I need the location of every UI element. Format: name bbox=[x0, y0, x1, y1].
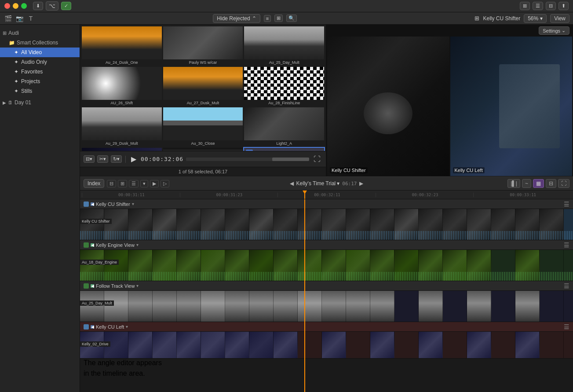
browser-item-4[interactable]: Au_27_Dusk_Mult bbox=[163, 67, 243, 106]
browser-item-10[interactable]: Lights1_A bbox=[163, 148, 243, 151]
track-2: ◀ Kelly Engine View ▾ ☰ Au_18_Day_Engine bbox=[80, 240, 573, 281]
thumb-label-7: Au_30_Close bbox=[163, 140, 243, 147]
expand-btn[interactable]: ▾ bbox=[140, 180, 148, 187]
sidebar-smart-collections[interactable]: 📁 Smart Collections bbox=[0, 38, 80, 48]
trim-mode-btn[interactable]: ✂▾ bbox=[97, 155, 108, 163]
day01-expand-icon: ▶ bbox=[3, 100, 6, 105]
track-4-header: ◀ Kelly CU Left ▾ ☰ bbox=[80, 322, 573, 332]
settings-button[interactable]: Settings ⌄ bbox=[539, 26, 569, 35]
close-button[interactable] bbox=[4, 3, 10, 9]
track-4-icon bbox=[84, 324, 89, 330]
checkmark-icon[interactable]: ✓ bbox=[61, 2, 71, 10]
waveform-btn[interactable]: ~ bbox=[522, 179, 531, 188]
track-2-audio-icon: ◀ bbox=[91, 243, 94, 247]
view-mode-btn[interactable]: ⊟▾ bbox=[84, 155, 95, 163]
ruler-mark-2: 00:00:32:11 bbox=[277, 193, 376, 197]
track-2-waveform bbox=[80, 272, 573, 281]
track-3-frame-16 bbox=[467, 291, 491, 322]
audio-meter-btn[interactable]: |▌| bbox=[507, 179, 520, 188]
stills-label: Stills bbox=[21, 88, 32, 94]
search-btn[interactable]: 🔍 bbox=[286, 15, 297, 22]
track-4-frame-6 bbox=[225, 332, 249, 358]
angle-view-btn[interactable]: ⊞ bbox=[118, 180, 127, 187]
track-3-body[interactable] bbox=[80, 291, 573, 322]
timeline-right: |▌| ~ ▦ ⊟ ⛶ bbox=[507, 179, 569, 188]
track-3-frame-8 bbox=[274, 291, 298, 322]
browser-item-8[interactable]: Light2_A bbox=[244, 107, 324, 147]
viewer: Settings ⌄ Kelly CU Shifter Kelly CU Lef… bbox=[326, 25, 573, 176]
layout-icon[interactable]: ⊟ bbox=[546, 2, 556, 10]
sidebar-item-stills[interactable]: ✦ Stills bbox=[0, 86, 80, 96]
track-4-frame-16 bbox=[467, 332, 491, 358]
track-2-chevron[interactable]: ▾ bbox=[136, 242, 139, 247]
browser-item-5[interactable]: Au_28_FinishLine bbox=[244, 67, 324, 106]
index-button[interactable]: Index bbox=[84, 179, 104, 188]
clip-view-btn[interactable]: ⊞ bbox=[274, 15, 283, 22]
sidebar-root[interactable]: ⊞ Audi bbox=[0, 28, 80, 38]
track-4-menu[interactable]: ☰ bbox=[564, 323, 569, 330]
favorites-label: Favorites bbox=[21, 69, 43, 75]
fullscreen-button[interactable] bbox=[21, 3, 27, 9]
play-btn[interactable]: ▶ bbox=[129, 154, 138, 164]
view-button[interactable]: View bbox=[550, 14, 569, 23]
speed-btn[interactable]: ↻▾ bbox=[111, 155, 122, 163]
audio-only-icon: ✦ bbox=[14, 59, 18, 65]
list-tl-btn[interactable]: ☰ bbox=[129, 180, 139, 187]
titles-icon[interactable]: T bbox=[26, 14, 35, 23]
photos-icon[interactable]: 📷 bbox=[15, 14, 24, 23]
track-3-menu[interactable]: ☰ bbox=[564, 282, 569, 289]
zoom-selector[interactable]: 56% ▾ bbox=[524, 14, 547, 23]
hide-rejected-label: Hide Rejected bbox=[217, 15, 250, 22]
zoom-arrow: ▾ bbox=[540, 15, 543, 22]
key-icon[interactable]: ⌥ bbox=[46, 1, 58, 11]
thumb-10 bbox=[163, 148, 243, 151]
play-tl-btn[interactable]: ▶ bbox=[150, 180, 159, 187]
track-3-frame-3 bbox=[153, 291, 177, 322]
track-3-chevron[interactable]: ▾ bbox=[136, 283, 139, 288]
browser-item-0[interactable]: Au_24_Dusk_One bbox=[82, 26, 162, 66]
track-4-body[interactable] bbox=[80, 332, 573, 358]
browser-item-3[interactable]: AU_26_Shift bbox=[82, 67, 162, 106]
browser-item-7[interactable]: Au_30_Close bbox=[163, 107, 243, 147]
sidebar-day01[interactable]: ▶ 🗓 Day 01 bbox=[0, 98, 80, 107]
browser-item-6[interactable]: Au_29_Dusk_Mult bbox=[82, 107, 162, 147]
play2-tl-btn[interactable]: ▷ bbox=[161, 180, 169, 187]
browser-item-9[interactable]: Lights2_B bbox=[82, 148, 162, 151]
sidebar-item-projects[interactable]: ✦ Projects bbox=[0, 77, 80, 86]
sidebar-item-audio-only[interactable]: ✦ Audio Only bbox=[0, 57, 80, 67]
right-arrow-btn[interactable]: ▶ bbox=[359, 180, 363, 187]
browser-item-1[interactable]: Pauly WS w/car bbox=[163, 26, 243, 66]
track-4: ◀ Kelly CU Left ▾ ☰ Kelly_02_Drive bbox=[80, 322, 573, 359]
thumb-label-2: Au_25_Day_Mult bbox=[244, 59, 324, 66]
browser-item-11[interactable]: Kelly's Time Trial bbox=[244, 148, 324, 151]
angle-selector-btn[interactable]: ▦ bbox=[533, 179, 544, 188]
browser-view-btn[interactable]: ≡ bbox=[264, 15, 271, 22]
fullscreen-btn[interactable]: ⛶ bbox=[312, 154, 322, 164]
clip-view-tl-btn[interactable]: ⊟ bbox=[107, 180, 116, 187]
left-arrow-btn[interactable]: ◀ bbox=[290, 180, 294, 187]
grid-icon[interactable]: ⊞ bbox=[520, 2, 530, 10]
track-4-audio-icon: ◀ bbox=[91, 325, 94, 329]
track-1-menu[interactable]: ☰ bbox=[564, 201, 569, 208]
browser-item-2[interactable]: Au_25_Day_Mult bbox=[244, 26, 324, 66]
share-icon-btn[interactable]: ⬆ bbox=[558, 2, 569, 10]
track-2-menu[interactable]: ☰ bbox=[564, 242, 569, 249]
download-icon[interactable]: ⬇ bbox=[33, 2, 43, 10]
track-2-body[interactable] bbox=[80, 250, 573, 281]
zoom-btn[interactable]: ⊟ bbox=[546, 179, 556, 188]
track-3-frame-14 bbox=[419, 291, 443, 322]
track-4-chevron[interactable]: ▾ bbox=[126, 324, 128, 329]
scrubber[interactable] bbox=[186, 158, 309, 161]
track-1-body[interactable] bbox=[80, 209, 573, 240]
track-3-frames bbox=[80, 291, 573, 322]
minimize-button[interactable] bbox=[13, 3, 18, 9]
fullscreen-tl-btn[interactable]: ⛶ bbox=[558, 179, 569, 188]
timeline-duration: 06:17 bbox=[342, 181, 357, 187]
timeline-toolbar: Index ⊟ ⊞ ☰ ▾ ▶ ▷ ◀ Kelly's Time Trial ▾ bbox=[80, 176, 573, 191]
list-icon[interactable]: ☰ bbox=[533, 2, 543, 10]
libraries-icon[interactable]: 🎬 bbox=[4, 14, 12, 23]
hide-rejected-button[interactable]: Hide Rejected ⌃ bbox=[213, 14, 260, 23]
sidebar-item-all-video[interactable]: ✦ All Video bbox=[0, 48, 80, 57]
track-1-chevron[interactable]: ▾ bbox=[132, 201, 134, 206]
sidebar-item-favorites[interactable]: ✦ Favorites bbox=[0, 67, 80, 77]
